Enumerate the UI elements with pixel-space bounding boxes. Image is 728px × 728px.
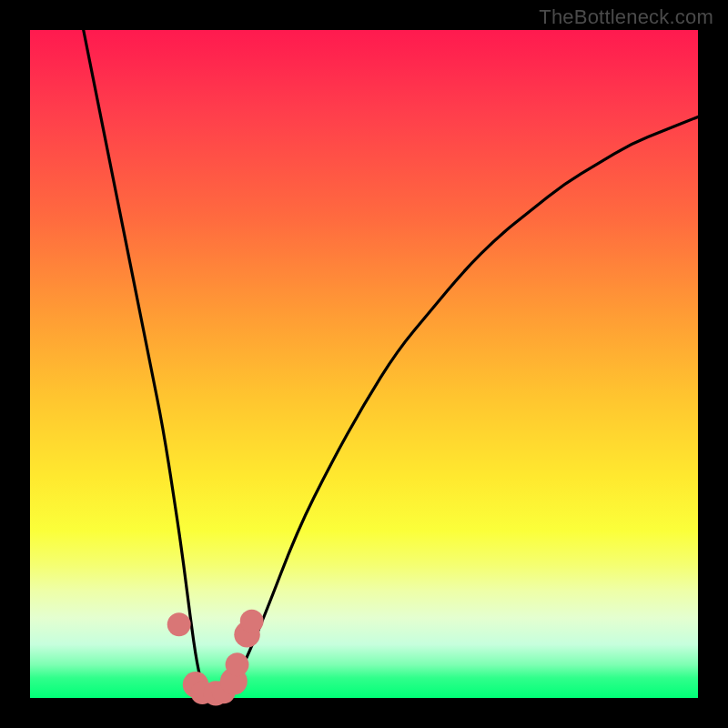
data-marker xyxy=(226,652,249,676)
chart-frame: TheBottleneck.com xyxy=(0,0,728,728)
data-marker xyxy=(167,612,191,636)
data-marker xyxy=(240,610,264,633)
watermark-label: TheBottleneck.com xyxy=(539,5,713,29)
data-markers xyxy=(167,610,264,706)
bottleneck-curve xyxy=(84,30,698,698)
bottleneck-chart xyxy=(30,30,698,698)
plot-area xyxy=(30,30,698,698)
